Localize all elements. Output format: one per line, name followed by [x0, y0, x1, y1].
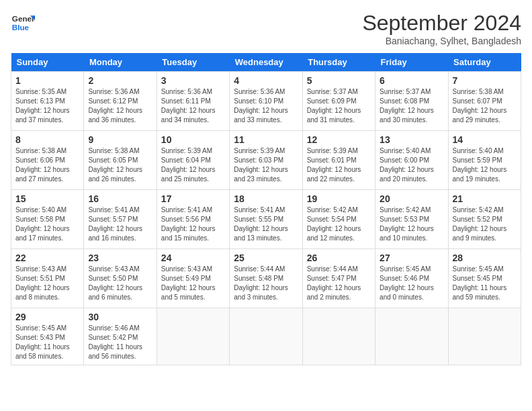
- col-saturday: Saturday: [448, 53, 521, 72]
- table-row: 11Sunrise: 5:39 AM Sunset: 6:03 PM Dayli…: [230, 131, 302, 190]
- table-row: 9Sunrise: 5:38 AM Sunset: 6:05 PM Daylig…: [84, 131, 157, 190]
- table-row: 2Sunrise: 5:36 AM Sunset: 6:12 PM Daylig…: [84, 72, 157, 131]
- calendar-week-row: 1Sunrise: 5:35 AM Sunset: 6:13 PM Daylig…: [11, 72, 521, 131]
- day-info: Sunrise: 5:36 AM Sunset: 6:10 PM Dayligh…: [234, 87, 298, 125]
- day-info: Sunrise: 5:42 AM Sunset: 5:54 PM Dayligh…: [307, 205, 371, 243]
- day-number: 19: [307, 193, 371, 204]
- table-row: 26Sunrise: 5:44 AM Sunset: 5:47 PM Dayli…: [302, 249, 375, 308]
- table-row: 30Sunrise: 5:46 AM Sunset: 5:42 PM Dayli…: [84, 308, 157, 365]
- day-number: 29: [15, 312, 79, 322]
- header: General Blue September 2024 Baniachang, …: [11, 11, 521, 46]
- day-number: 2: [88, 75, 152, 86]
- col-sunday: Sunday: [11, 53, 84, 72]
- day-number: 6: [380, 75, 443, 86]
- table-row: 13Sunrise: 5:40 AM Sunset: 6:00 PM Dayli…: [375, 131, 448, 190]
- day-info: Sunrise: 5:42 AM Sunset: 5:53 PM Dayligh…: [380, 205, 443, 243]
- day-number: 9: [88, 134, 152, 145]
- calendar-week-row: 22Sunrise: 5:43 AM Sunset: 5:51 PM Dayli…: [11, 249, 521, 308]
- day-info: Sunrise: 5:44 AM Sunset: 5:48 PM Dayligh…: [234, 265, 298, 302]
- table-row: 3Sunrise: 5:36 AM Sunset: 6:11 PM Daylig…: [157, 72, 229, 131]
- day-number: 18: [234, 193, 298, 204]
- day-number: 15: [15, 193, 79, 204]
- table-row: 21Sunrise: 5:42 AM Sunset: 5:52 PM Dayli…: [448, 190, 521, 249]
- day-info: Sunrise: 5:38 AM Sunset: 6:06 PM Dayligh…: [15, 146, 79, 184]
- day-info: Sunrise: 5:45 AM Sunset: 5:43 PM Dayligh…: [15, 324, 79, 361]
- day-info: Sunrise: 5:40 AM Sunset: 5:58 PM Dayligh…: [15, 205, 79, 243]
- table-row: 14Sunrise: 5:40 AM Sunset: 5:59 PM Dayli…: [448, 131, 521, 190]
- day-number: 30: [88, 312, 152, 322]
- table-row: 24Sunrise: 5:43 AM Sunset: 5:49 PM Dayli…: [157, 249, 229, 308]
- day-number: 24: [161, 253, 225, 263]
- day-info: Sunrise: 5:44 AM Sunset: 5:47 PM Dayligh…: [307, 265, 371, 302]
- day-number: 16: [88, 193, 152, 204]
- day-info: Sunrise: 5:43 AM Sunset: 5:49 PM Dayligh…: [161, 265, 225, 302]
- title-area: September 2024 Baniachang, Sylhet, Bangl…: [362, 11, 521, 46]
- table-row: 20Sunrise: 5:42 AM Sunset: 5:53 PM Dayli…: [375, 190, 448, 249]
- day-number: 25: [234, 253, 298, 263]
- table-row: 17Sunrise: 5:41 AM Sunset: 5:56 PM Dayli…: [157, 190, 229, 249]
- calendar-title: September 2024: [362, 11, 521, 36]
- day-number: 12: [307, 134, 371, 145]
- calendar-week-row: 15Sunrise: 5:40 AM Sunset: 5:58 PM Dayli…: [11, 190, 521, 249]
- table-row: 25Sunrise: 5:44 AM Sunset: 5:48 PM Dayli…: [230, 249, 302, 308]
- day-number: 3: [161, 75, 225, 86]
- day-info: Sunrise: 5:40 AM Sunset: 5:59 PM Dayligh…: [453, 146, 517, 184]
- day-number: 5: [307, 75, 371, 86]
- table-row: 22Sunrise: 5:43 AM Sunset: 5:51 PM Dayli…: [11, 249, 84, 308]
- day-info: Sunrise: 5:35 AM Sunset: 6:13 PM Dayligh…: [15, 87, 79, 125]
- logo-icon: General Blue: [11, 11, 35, 35]
- day-info: Sunrise: 5:46 AM Sunset: 5:42 PM Dayligh…: [88, 324, 152, 361]
- day-info: Sunrise: 5:38 AM Sunset: 6:05 PM Dayligh…: [88, 146, 152, 184]
- table-row: 7Sunrise: 5:38 AM Sunset: 6:07 PM Daylig…: [448, 72, 521, 131]
- table-row: 10Sunrise: 5:39 AM Sunset: 6:04 PM Dayli…: [157, 131, 229, 190]
- col-monday: Monday: [84, 53, 157, 72]
- day-info: Sunrise: 5:40 AM Sunset: 6:00 PM Dayligh…: [380, 146, 443, 184]
- calendar-week-row: 8Sunrise: 5:38 AM Sunset: 6:06 PM Daylig…: [11, 131, 521, 190]
- day-number: 4: [234, 75, 298, 86]
- day-info: Sunrise: 5:42 AM Sunset: 5:52 PM Dayligh…: [453, 205, 517, 243]
- day-number: 8: [15, 134, 79, 145]
- col-wednesday: Wednesday: [230, 53, 302, 72]
- day-number: 10: [161, 134, 225, 145]
- table-row: 12Sunrise: 5:39 AM Sunset: 6:01 PM Dayli…: [302, 131, 375, 190]
- table-row: 23Sunrise: 5:43 AM Sunset: 5:50 PM Dayli…: [84, 249, 157, 308]
- day-number: 7: [453, 75, 517, 86]
- day-info: Sunrise: 5:38 AM Sunset: 6:07 PM Dayligh…: [453, 87, 517, 125]
- col-thursday: Thursday: [302, 53, 375, 72]
- svg-text:General: General: [12, 14, 35, 23]
- day-number: 23: [88, 253, 152, 263]
- table-row: 16Sunrise: 5:41 AM Sunset: 5:57 PM Dayli…: [84, 190, 157, 249]
- day-info: Sunrise: 5:41 AM Sunset: 5:57 PM Dayligh…: [88, 205, 152, 243]
- day-number: 13: [380, 134, 443, 145]
- day-number: 11: [234, 134, 298, 145]
- day-number: 27: [380, 253, 443, 263]
- day-info: Sunrise: 5:45 AM Sunset: 5:45 PM Dayligh…: [453, 265, 517, 302]
- header-row: Sunday Monday Tuesday Wednesday Thursday…: [11, 53, 521, 72]
- table-row: 4Sunrise: 5:36 AM Sunset: 6:10 PM Daylig…: [230, 72, 302, 131]
- table-row: 15Sunrise: 5:40 AM Sunset: 5:58 PM Dayli…: [11, 190, 84, 249]
- calendar-subtitle: Baniachang, Sylhet, Bangladesh: [362, 36, 521, 46]
- day-info: Sunrise: 5:43 AM Sunset: 5:51 PM Dayligh…: [15, 265, 79, 302]
- col-friday: Friday: [375, 53, 448, 72]
- calendar-table: Sunday Monday Tuesday Wednesday Thursday…: [11, 53, 521, 365]
- day-info: Sunrise: 5:37 AM Sunset: 6:09 PM Dayligh…: [307, 87, 371, 125]
- logo: General Blue: [11, 11, 35, 35]
- day-number: 17: [161, 193, 225, 204]
- day-number: 26: [307, 253, 371, 263]
- table-row: 8Sunrise: 5:38 AM Sunset: 6:06 PM Daylig…: [11, 131, 84, 190]
- day-info: Sunrise: 5:41 AM Sunset: 5:56 PM Dayligh…: [161, 205, 225, 243]
- day-info: Sunrise: 5:41 AM Sunset: 5:55 PM Dayligh…: [234, 205, 298, 243]
- day-number: 20: [380, 193, 443, 204]
- table-row: 19Sunrise: 5:42 AM Sunset: 5:54 PM Dayli…: [302, 190, 375, 249]
- day-number: 14: [453, 134, 517, 145]
- table-row: 1Sunrise: 5:35 AM Sunset: 6:13 PM Daylig…: [11, 72, 84, 131]
- day-number: 1: [15, 75, 79, 86]
- day-info: Sunrise: 5:45 AM Sunset: 5:46 PM Dayligh…: [380, 265, 443, 302]
- day-info: Sunrise: 5:36 AM Sunset: 6:12 PM Dayligh…: [88, 87, 152, 125]
- calendar-week-row: 29Sunrise: 5:45 AM Sunset: 5:43 PM Dayli…: [11, 308, 521, 365]
- day-info: Sunrise: 5:43 AM Sunset: 5:50 PM Dayligh…: [88, 265, 152, 302]
- table-row: [157, 308, 229, 365]
- table-row: 27Sunrise: 5:45 AM Sunset: 5:46 PM Dayli…: [375, 249, 448, 308]
- day-number: 28: [453, 253, 517, 263]
- table-row: [230, 308, 302, 365]
